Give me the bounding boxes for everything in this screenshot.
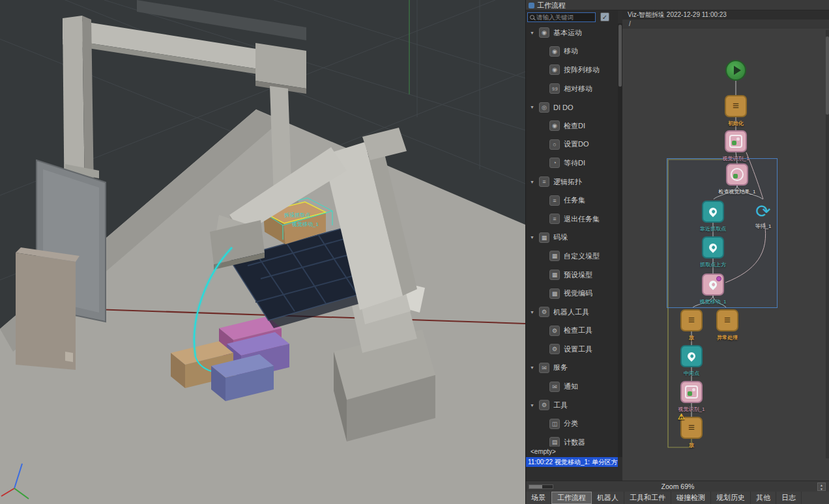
breadcrumb[interactable]: / [622, 20, 829, 29]
tree-item-label: 视觉编码 [564, 288, 592, 298]
node-label: 抓取点上方 [700, 261, 726, 268]
node-label: 等待_1 [755, 224, 772, 229]
di-icon: ◉ [549, 120, 560, 131]
node-label: 放 [689, 441, 694, 449]
node-wait[interactable]: ⟳ 等待_1 [752, 201, 774, 223]
node-above-grasp-point[interactable]: 抓取点上方 [702, 236, 724, 259]
pin-icon [708, 242, 719, 253]
tree-group-label: 工具 [553, 400, 568, 410]
vision-move-label: 视觉移动_1 [291, 221, 319, 227]
tree-item-preset-pattern[interactable]: ▦ 预设垛型 [526, 266, 618, 285]
tree-group-dido[interactable]: ▼ ◎ DI DO [526, 98, 618, 117]
caret-down-icon[interactable]: ▼ [530, 180, 535, 184]
search-box[interactable] [527, 12, 596, 22]
viewport-3d[interactable]: 拆垛抓取点 视觉移动_1 [0, 0, 525, 504]
zoom-label: Zoom 69% [526, 483, 829, 490]
node-exception-handling[interactable]: ≡ 异常处理 [716, 309, 738, 331]
caret-down-icon[interactable]: ▼ [530, 235, 535, 240]
relative-move-icon: 9.9 [549, 83, 560, 94]
node-approach-grasp-point[interactable]: 靠近抓取点 [702, 201, 724, 223]
camera-icon [685, 385, 698, 399]
tab-robot[interactable]: 机器人 [592, 492, 624, 504]
tree-item-label: 相对移动 [564, 84, 592, 94]
tree-group-robot-tools[interactable]: ▼ ⚙ 机器人工具 [526, 303, 618, 322]
workflow-panel: 工作流程 ✓ ▼ ◉ 基本运动 ◉ 移动 ◉ [525, 0, 829, 504]
node-label: 放 [689, 334, 694, 341]
tree-item-move[interactable]: ◉ 移动 [526, 42, 618, 61]
tree-group-palletizing[interactable]: ▼ ▦ 码垛 [526, 229, 618, 247]
node-mid-point[interactable]: 中间点 [680, 345, 703, 367]
tab-planning-history[interactable]: 规划历史 [711, 492, 751, 504]
status-log-entry[interactable]: 11:00:22 视觉移动_1: 单分区方 [526, 457, 618, 467]
caret-down-icon[interactable]: ▼ [530, 403, 535, 408]
zoom-stepper[interactable]: ▲ ▼ [817, 483, 826, 491]
tree-item-custom-pattern[interactable]: ▦ 自定义垛型 [526, 247, 618, 266]
tree-item-label: 设置DO [564, 139, 589, 149]
tree-item-array-move[interactable]: ◉ 按阵列移动 [526, 61, 618, 79]
node-label: 视觉移动_1 [700, 298, 727, 305]
tree-group-label: 机器人工具 [553, 307, 589, 317]
tree-item-label: 设置工具 [564, 344, 592, 354]
tree-item-set-do[interactable]: ○ 设置DO [526, 135, 618, 154]
tree-item-label: 移动 [564, 46, 578, 56]
tree-item-wait-di[interactable]: ◔ 等待DI [526, 154, 618, 173]
pin-icon: ◉ [539, 27, 549, 38]
canvas-scrollbar[interactable] [826, 30, 829, 458]
tree-item-relative-move[interactable]: 9.9 相对移动 [526, 79, 618, 98]
layers-icon: ≡ [733, 100, 739, 113]
tree-item-label: 按阵列移动 [564, 65, 600, 75]
tab-workflow[interactable]: 工作流程 [551, 492, 592, 504]
pin-icon: ◉ [549, 46, 560, 57]
caret-down-icon[interactable]: ▼ [530, 310, 535, 315]
node-place-2[interactable]: ⚠ ≡ 放 [680, 417, 703, 439]
tree-item-vision-code[interactable]: ▩ 视觉编码 [526, 284, 618, 303]
tab-collision-detection[interactable]: 碰撞检测 [671, 492, 711, 504]
tab-log[interactable]: 日志 [776, 492, 802, 504]
scrollbar-thumb[interactable] [618, 25, 622, 87]
caret-down-icon[interactable]: ▼ [530, 31, 535, 35]
node-start[interactable] [725, 60, 746, 81]
tree-item-notify[interactable]: ✉ 通知 [526, 377, 618, 396]
app-window: 拆垛抓取点 视觉移动_1 [0, 0, 829, 504]
envelope-icon: ✉ [549, 382, 560, 392]
tree-group-tools[interactable]: ▼ ⚙ 工具 [526, 396, 618, 415]
bottom-tab-bar: 场景 工作流程 机器人 工具和工件 碰撞检测 规划历史 其他 日志 [526, 492, 829, 504]
tree-group-service[interactable]: ▼ ✉ 服务 [526, 359, 618, 378]
filter-checkbox[interactable]: ✓ [600, 12, 609, 21]
cabinet [16, 247, 80, 370]
caret-down-icon[interactable]: ▼ [530, 105, 535, 109]
tab-scene[interactable]: 场景 [526, 492, 551, 504]
node-vision-1[interactable]: 视觉识别_1 [725, 130, 747, 152]
node-place[interactable]: ≡ 放 [680, 309, 703, 331]
tree-item-check-di[interactable]: ◉ 检查DI [526, 117, 618, 135]
layers-icon: ≡ [688, 421, 695, 434]
caret-down-icon[interactable]: ▼ [530, 365, 535, 370]
node-init[interactable]: ≡ 初始化 [725, 95, 747, 117]
empty-label: <empty> [531, 448, 556, 455]
search-input[interactable] [536, 14, 589, 21]
node-tree: ▼ ◉ 基本运动 ◉ 移动 ◉ 按阵列移动 9.9 相对移动 ▼ [526, 23, 618, 447]
tree-item-counter[interactable]: ▤ 计数器 [526, 433, 618, 447]
node-vision-move[interactable]: 视觉移动_1 [702, 273, 724, 296]
node-check-vision-result[interactable]: 检查视觉结果_1 [726, 163, 748, 186]
tree-item-label: 自定义垛型 [564, 251, 600, 261]
tree-item-classify[interactable]: ◫ 分类 [526, 414, 618, 433]
gear-icon: ⚙ [549, 326, 560, 336]
workflow-graph[interactable]: ≡ 初始化 视觉识别_1 检查视觉结果_1 靠近抓取点 ⟳ 等 [622, 29, 829, 481]
tree-item-task-set[interactable]: ≡ 任务集 [526, 191, 618, 210]
layers-icon: ≡ [539, 176, 549, 187]
node-label: 中间点 [684, 370, 699, 377]
tree-item-check-tool[interactable]: ⚙ 检查工具 [526, 322, 618, 341]
layers-icon: ≡ [724, 314, 731, 327]
stepper-down-icon[interactable]: ▼ [820, 487, 823, 491]
library-scrollbar[interactable] [618, 23, 622, 457]
tree-group-basic-motion[interactable]: ▼ ◉ 基本运动 [526, 23, 618, 42]
tree-item-set-tool[interactable]: ⚙ 设置工具 [526, 340, 618, 359]
scrollbar-thumb[interactable] [826, 36, 829, 115]
tree-group-logic-topology[interactable]: ▼ ≡ 逻辑拓扑 [526, 173, 618, 191]
node-vision-2[interactable]: 视觉识别_1 [680, 381, 703, 403]
tree-item-exit-task-set[interactable]: ≡ 退出任务集 [526, 210, 618, 229]
tab-tools-workpieces[interactable]: 工具和工件 [624, 492, 671, 504]
tab-other[interactable]: 其他 [751, 492, 776, 504]
grid-icon: ▩ [549, 288, 560, 299]
